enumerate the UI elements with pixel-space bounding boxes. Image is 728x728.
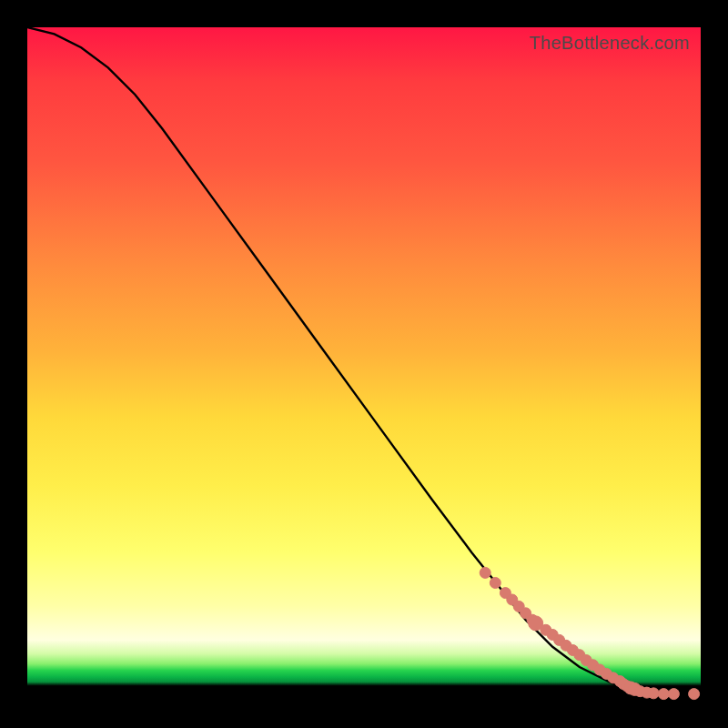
curve-line <box>27 27 701 694</box>
data-marker <box>658 689 669 700</box>
chart-container: TheBottleneck.com <box>0 0 728 728</box>
data-marker <box>648 688 659 699</box>
data-marker <box>668 689 679 700</box>
data-marker <box>480 567 490 578</box>
data-marker <box>490 578 500 589</box>
data-marker <box>689 689 700 700</box>
chart-svg <box>27 27 701 701</box>
plot-area: TheBottleneck.com <box>27 27 701 701</box>
data-markers <box>480 567 699 699</box>
